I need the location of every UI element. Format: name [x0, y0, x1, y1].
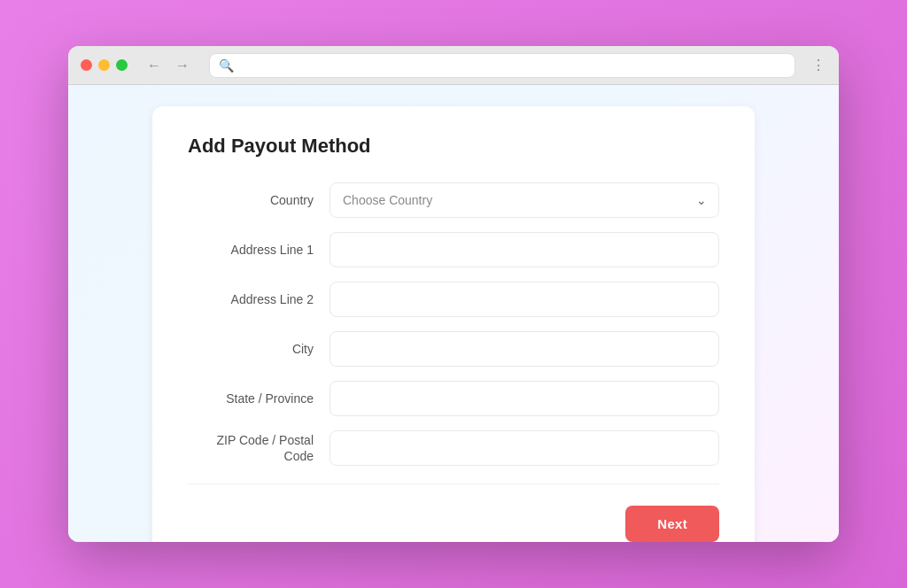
- browser-actions: ⋮: [811, 57, 826, 74]
- form-card: Add Payout Method Country Choose Country…: [152, 106, 755, 542]
- address2-label: Address Line 2: [188, 291, 329, 307]
- city-label: City: [188, 341, 329, 357]
- address2-row: Address Line 2: [188, 282, 719, 317]
- dots-icon: ⋮: [811, 57, 826, 74]
- address1-row: Address Line 1: [188, 232, 719, 267]
- address1-input[interactable]: [329, 232, 719, 267]
- address1-label: Address Line 1: [188, 242, 329, 258]
- minimize-button[interactable]: [98, 59, 110, 71]
- state-row: State / Province: [188, 381, 719, 416]
- maximize-button[interactable]: [116, 59, 128, 71]
- forward-button[interactable]: →: [172, 56, 193, 75]
- search-icon: 🔍: [219, 58, 234, 73]
- zip-row: ZIP Code / Postal Code: [188, 430, 719, 466]
- country-select-wrapper: Choose CountryUnited StatesUnited Kingdo…: [329, 182, 719, 218]
- address-bar[interactable]: 🔍: [209, 53, 795, 78]
- next-button[interactable]: Next: [625, 506, 719, 542]
- zip-label: ZIP Code / Postal Code: [188, 432, 329, 464]
- close-button[interactable]: [81, 59, 92, 71]
- page-title: Add Payout Method: [188, 135, 719, 158]
- city-row: City: [188, 331, 719, 367]
- country-label: Country: [188, 192, 329, 208]
- city-input[interactable]: [329, 331, 719, 367]
- country-select[interactable]: Choose CountryUnited StatesUnited Kingdo…: [329, 182, 719, 218]
- address2-input[interactable]: [329, 282, 719, 317]
- state-label: State / Province: [188, 391, 329, 406]
- zip-input[interactable]: [329, 430, 719, 466]
- browser-window: ← → 🔍 ⋮ Add Payout Method Country Choose…: [68, 46, 839, 542]
- back-button[interactable]: ←: [143, 56, 165, 75]
- traffic-lights: [81, 59, 128, 71]
- state-input[interactable]: [329, 381, 719, 416]
- footer-row: Next: [188, 506, 719, 542]
- browser-content: Add Payout Method Country Choose Country…: [68, 85, 839, 542]
- country-row: Country Choose CountryUnited StatesUnite…: [188, 182, 719, 218]
- nav-buttons: ← →: [143, 56, 193, 75]
- browser-titlebar: ← → 🔍 ⋮: [68, 46, 839, 85]
- divider: [188, 484, 719, 484]
